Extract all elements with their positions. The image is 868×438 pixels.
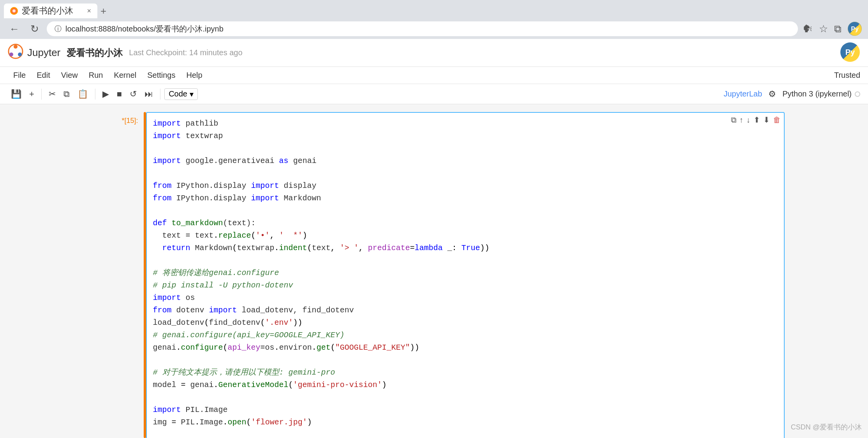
jupyter-toolbar: 💾 + ✂ ⧉ 📋 ▶ ■ ↺ ⏭ Code ▾ JupyterLab ⚙ Py… xyxy=(0,84,868,104)
svg-point-1 xyxy=(12,9,16,12)
paste-button[interactable]: 📋 xyxy=(74,88,91,101)
cut-button[interactable]: ✂ xyxy=(46,88,59,101)
code-line-blank-4 xyxy=(153,254,778,267)
code-line-blank-6 xyxy=(153,391,778,404)
tab-title: 爱看书的小沐 xyxy=(22,5,83,17)
toolbar-separator-2 xyxy=(95,89,95,100)
svg-text:Py: Py xyxy=(845,48,855,56)
trusted-badge: Trusted xyxy=(834,71,860,80)
favorites-button[interactable]: ☆ xyxy=(819,23,828,35)
restart-button[interactable]: ↺ xyxy=(127,88,140,101)
menu-help[interactable]: Help xyxy=(181,69,208,81)
jupyter-header: Jupyter 爱看书的小沐 Last Checkpoint: 14 minut… xyxy=(0,39,868,67)
toolbar-separator-3 xyxy=(160,89,160,100)
tab-close-button[interactable]: × xyxy=(87,7,91,15)
checkpoint-text: Last Checkpoint: 14 minutes ago xyxy=(129,48,242,57)
add-cell-button[interactable]: + xyxy=(26,88,37,101)
notebook-title[interactable]: 爱看书的小沐 xyxy=(67,47,123,59)
menu-view[interactable]: View xyxy=(56,69,83,81)
cell-delete-button[interactable]: 🗑 xyxy=(773,115,781,124)
code-line-8: return Markdown(textwrap.indent(text, '>… xyxy=(153,242,778,254)
cell-merge-below-button[interactable]: ⬇ xyxy=(763,115,770,124)
code-line-1: import pathlib xyxy=(153,117,778,130)
watermark: CSDN @爱看书的小沐 xyxy=(791,422,862,432)
reload-button[interactable]: ↻ xyxy=(27,21,42,37)
address-text: localhost:8888/notebooks/爱看书的小沐.ipynb xyxy=(65,24,790,34)
code-cell[interactable]: ⧉ ↑ ↓ ⬆ ⬇ 🗑 import pathlib import textwr… xyxy=(146,112,785,438)
browser-tab-active[interactable]: 爱看书的小沐 × xyxy=(4,4,97,18)
code-line-14: import PIL.Image xyxy=(153,404,778,416)
notebook-area: *[15]: ⧉ ↑ ↓ ⬆ ⬇ 🗑 import pathlib import… xyxy=(0,104,868,438)
cell-actions: ⧉ ↑ ↓ ⬆ ⬇ 🗑 xyxy=(731,115,781,124)
security-icon: ⓘ xyxy=(55,24,62,33)
code-line-blank-5 xyxy=(153,354,778,366)
code-line-comment-1: # 将密钥传递给genai.configure xyxy=(153,267,778,279)
kernel-label: Python 3 (ipykernel) xyxy=(782,89,852,98)
cell-type-dropdown-icon: ▾ xyxy=(190,89,194,99)
code-area[interactable]: import pathlib import textwrap import go… xyxy=(147,113,784,438)
jupyter-python-logo-area: Py xyxy=(840,42,860,64)
cell-type-label: Code xyxy=(169,89,187,98)
code-line-7: text = text.replace('•', ' *') xyxy=(153,230,778,242)
code-line-6: def to_markdown(text): xyxy=(153,217,778,230)
split-screen-button[interactable]: ⧉ xyxy=(834,23,842,35)
address-box[interactable]: ⓘ localhost:8888/notebooks/爱看书的小沐.ipynb xyxy=(47,21,798,36)
cell-container: *[15]: ⧉ ↑ ↓ ⬆ ⬇ 🗑 import pathlib import… xyxy=(84,112,785,438)
code-line-15: img = PIL.Image.open('flower.jpg') xyxy=(153,416,778,429)
code-line-3: import google.generativeai as genai xyxy=(153,155,778,167)
code-line-9: import os xyxy=(153,292,778,304)
svg-point-5 xyxy=(14,45,18,49)
code-line-5: from IPython.display import Markdown xyxy=(153,192,778,205)
cell-move-down-button[interactable]: ↓ xyxy=(747,115,750,124)
code-line-comment-4: # 对于纯文本提示，请使用以下模型: gemini-pro xyxy=(153,366,778,379)
toolbar-right: JupyterLab ⚙ Python 3 (ipykernel) xyxy=(724,89,860,99)
kernel-status-dot xyxy=(855,91,860,97)
cell-move-up-button[interactable]: ↑ xyxy=(739,115,743,124)
back-button[interactable]: ← xyxy=(6,21,23,37)
copy-button[interactable]: ⧉ xyxy=(60,88,73,101)
jupyterlab-label[interactable]: JupyterLab xyxy=(724,89,762,98)
jupyter-menubar: File Edit View Run Kernel Settings Help … xyxy=(0,67,868,84)
toolbar-settings-icon[interactable]: ⚙ xyxy=(768,89,776,99)
menu-kernel[interactable]: Kernel xyxy=(108,69,142,81)
menu-settings[interactable]: Settings xyxy=(142,69,181,81)
code-line-10: from dotenv import load_dotenv, find_dot… xyxy=(153,304,778,317)
cell-merge-above-button[interactable]: ⬆ xyxy=(754,115,760,124)
code-line-11: load_dotenv(find_dotenv('.env')) xyxy=(153,317,778,329)
code-line-blank-2 xyxy=(153,167,778,180)
cell-copy-button[interactable]: ⧉ xyxy=(731,115,736,124)
browser-actions: 🗣 ☆ ⧉ Py xyxy=(803,22,862,36)
new-tab-button[interactable]: + xyxy=(100,5,106,17)
jupyter-logo-icon xyxy=(8,44,23,62)
run-button[interactable]: ▶ xyxy=(99,88,112,101)
code-line-2: import textwrap xyxy=(153,130,778,142)
code-line-comment-2: # pip install -U python-dotenv xyxy=(153,279,778,292)
address-bar-row: ← ↻ ⓘ localhost:8888/notebooks/爱看书的小沐.ip… xyxy=(0,19,868,39)
jupyter-brand: Jupyter xyxy=(27,47,60,59)
menu-file[interactable]: File xyxy=(8,69,31,81)
jupyter-logo: Jupyter xyxy=(8,44,60,62)
svg-text:Py: Py xyxy=(851,26,859,32)
svg-point-6 xyxy=(9,53,13,56)
code-line-13: model = genai.GenerativeModel('gemini-pr… xyxy=(153,379,778,391)
cell-left-orange-bar xyxy=(144,112,146,438)
python-logo: Py xyxy=(848,22,862,36)
code-line-comment-3: # genai.configure(api_key=GOOGLE_API_KEY… xyxy=(153,329,778,342)
restart-run-all-button[interactable]: ⏭ xyxy=(141,88,156,101)
menu-edit[interactable]: Edit xyxy=(31,69,55,81)
svg-point-7 xyxy=(18,53,22,56)
code-line-4: from IPython.display import display xyxy=(153,180,778,192)
stop-button[interactable]: ■ xyxy=(114,88,125,101)
code-line-blank-7 xyxy=(153,429,778,438)
code-line-12: genai.configure(api_key=os.environ.get("… xyxy=(153,342,778,354)
read-aloud-button[interactable]: 🗣 xyxy=(803,23,813,35)
tab-favicon xyxy=(10,7,18,15)
cell-type-dropdown[interactable]: Code ▾ xyxy=(164,88,198,100)
menu-run[interactable]: Run xyxy=(83,69,109,81)
save-button[interactable]: 💾 xyxy=(8,88,25,101)
toolbar-separator-1 xyxy=(41,89,42,100)
code-line-blank-1 xyxy=(153,142,778,155)
kernel-info: Python 3 (ipykernel) xyxy=(782,89,860,98)
cell-execution-count: *[15]: xyxy=(121,117,143,125)
code-line-blank-3 xyxy=(153,205,778,217)
